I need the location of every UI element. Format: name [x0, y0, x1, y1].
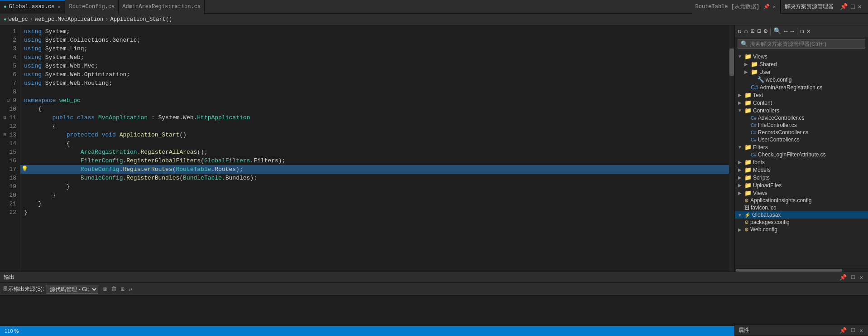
- tree-arrow-controllers: ▼: [737, 108, 743, 113]
- code-scrollbar[interactable]: [729, 25, 734, 272]
- code-line-12: {: [20, 122, 729, 131]
- bulb-icon[interactable]: 💡: [21, 165, 28, 174]
- tree-webconfig-root[interactable]: ▶ ⚙ Web.config: [735, 226, 868, 233]
- maximize-icon[interactable]: □: [850, 3, 855, 10]
- breadcrumb-class[interactable]: web_pc.MvcApplication: [35, 16, 103, 23]
- tab-label-routeconfig: RouteConfig.cs: [69, 4, 115, 10]
- tree-label-favicon: favicon.ico: [751, 205, 777, 211]
- tab-adminarea[interactable]: AdminAreaRegistration.cs: [119, 0, 205, 14]
- tree-checklogin[interactable]: C# CheckLoginFilterAttribute.cs: [735, 151, 868, 158]
- tree-models[interactable]: ▶ 📁 Models: [735, 166, 868, 174]
- tab-route-table[interactable]: RouteTable [从元数据] 📌 ✕: [692, 0, 781, 14]
- tree-webconfig-views[interactable]: 🔧 web.config: [735, 76, 868, 83]
- expand-icon[interactable]: ⊞: [750, 26, 755, 36]
- tree-file-ctrl[interactable]: C# FileController.cs: [735, 122, 868, 129]
- code-content[interactable]: using System; using System.Collections.G…: [20, 25, 729, 272]
- line-num-6: 6: [0, 70, 16, 79]
- tree-label-webconfig-views: web.config: [766, 77, 791, 83]
- tree-label-filters: Filters: [753, 144, 768, 151]
- tree-packages[interactable]: ⚙ packages.config: [735, 219, 868, 226]
- tree-views[interactable]: ▼ 📁 Views: [735, 53, 868, 60]
- code-line-21: }: [20, 200, 729, 208]
- prop-pin-icon[interactable]: 📌: [838, 326, 848, 335]
- scrollbar-h-thumb[interactable]: [736, 269, 842, 272]
- collapse-btn-11[interactable]: ⊟: [2, 115, 7, 121]
- tree-arrow-views2: ▶: [737, 190, 743, 195]
- output-wrap-icon[interactable]: ↵: [127, 285, 134, 293]
- search-solution-icon[interactable]: 🔍: [772, 26, 782, 36]
- tree-content[interactable]: ▶ 📁 Content: [735, 99, 868, 107]
- line-num-1: 1: [0, 27, 16, 36]
- tree-adminreg[interactable]: C# AdminAreaRegistration.cs: [735, 83, 868, 91]
- output-clear-icon[interactable]: 🗑: [110, 285, 118, 293]
- output-maximize-icon[interactable]: □: [850, 273, 856, 281]
- code-panel: 1 2 3 4 5 6 7 8 ⊟9 10 ⊟11 12 ⊟13 14 15 1…: [0, 25, 734, 272]
- tree-user-ctrl[interactable]: C# UserController.cs: [735, 136, 868, 143]
- code-line-2: using System.Collections.Generic;: [20, 36, 729, 44]
- tab-close-route[interactable]: ✕: [772, 4, 777, 10]
- tree-filters[interactable]: ▼ 📁 Filters: [735, 143, 868, 151]
- tab-global-asax[interactable]: ● Global.asax.cs ✕: [0, 0, 65, 14]
- breadcrumb-project[interactable]: web_pc: [9, 16, 28, 23]
- output-stop-icon[interactable]: ⊠: [102, 285, 108, 293]
- tree-favicon[interactable]: 🖼 favicon.ico: [735, 204, 868, 211]
- output-filter-icon[interactable]: ⊞: [120, 285, 126, 293]
- file-icon-packages: ⚙: [744, 219, 749, 225]
- line-num-2: 2: [0, 36, 16, 44]
- tree-advice-ctrl[interactable]: C# AdviceController.cs: [735, 114, 868, 122]
- collapse-btn-9[interactable]: ⊟: [5, 98, 11, 103]
- code-line-20: }: [20, 191, 729, 200]
- breadcrumb-method[interactable]: Application_Start(): [110, 16, 172, 23]
- prop-maximize-icon[interactable]: □: [850, 326, 856, 335]
- back-icon[interactable]: ←: [783, 27, 788, 36]
- tree-arrow-fonts: ▶: [737, 160, 743, 165]
- properties-panel: 属性 📌 □ ✕: [734, 325, 868, 336]
- tab-routeconfig[interactable]: RouteConfig.cs: [65, 0, 119, 14]
- output-source-select[interactable]: 源代码管理 - Git: [46, 285, 98, 294]
- prop-close-icon[interactable]: ✕: [858, 326, 864, 335]
- tree-shared[interactable]: ▶ 📁 Shared: [735, 60, 868, 68]
- solution-search-input[interactable]: [750, 41, 862, 47]
- tree-global-asax[interactable]: ▼ ⚡ Global.asax: [735, 211, 868, 219]
- tab-close-global[interactable]: ✕: [57, 4, 61, 10]
- folder-icon-user: 📁: [751, 68, 758, 75]
- preview-icon[interactable]: ◻: [799, 26, 805, 36]
- breadcrumb-file-icon: ●: [4, 17, 7, 22]
- tree-fonts[interactable]: ▶ 📁 fonts: [735, 158, 868, 166]
- sync-icon[interactable]: ↻: [737, 26, 742, 36]
- close-icon[interactable]: ✕: [806, 26, 811, 36]
- output-pin-icon[interactable]: 📌: [838, 273, 848, 282]
- solution-scrollbar-h[interactable]: [735, 268, 868, 272]
- forward-icon[interactable]: →: [790, 27, 795, 36]
- line-num-9: ⊟9: [0, 96, 16, 105]
- file-icon-global-asax: ⚡: [744, 212, 751, 218]
- tree-test[interactable]: ▶ 📁 Test: [735, 91, 868, 99]
- close-se-icon[interactable]: ✕: [857, 3, 863, 10]
- line-numbers: 1 2 3 4 5 6 7 8 ⊟9 10 ⊟11 12 ⊟13 14 15 1…: [0, 25, 20, 272]
- folder-icon-scripts: 📁: [744, 174, 752, 181]
- tree-controllers[interactable]: ▼ 📁 Controllers: [735, 107, 868, 114]
- tree-label-webconfig: Web.config: [750, 226, 777, 233]
- collapse-btn-13[interactable]: ⊟: [2, 132, 7, 138]
- tree-appinsights[interactable]: ⚙ ApplicationInsights.config: [735, 197, 868, 204]
- tree-records-ctrl[interactable]: C# RecordsController.cs: [735, 129, 868, 136]
- tree-label-models: Models: [753, 167, 771, 173]
- tree-label-packages: packages.config: [750, 219, 790, 225]
- tree-scripts[interactable]: ▶ 📁 Scripts: [735, 174, 868, 181]
- line-num-12: 12: [0, 122, 16, 131]
- sep1: [770, 28, 771, 35]
- tree-user[interactable]: ▶ 📁 User: [735, 68, 868, 76]
- tree-label-advice: AdviceController.cs: [758, 115, 805, 121]
- output-close-icon[interactable]: ✕: [858, 273, 864, 282]
- tree-label-shared: Shared: [759, 61, 777, 68]
- tree-views2[interactable]: ▶ 📁 Views: [735, 189, 868, 197]
- pin-icon[interactable]: 📌: [839, 3, 849, 10]
- collapse-all-icon[interactable]: ⊟: [756, 26, 762, 36]
- scrollbar-thumb[interactable]: [729, 49, 734, 76]
- solution-search-box[interactable]: 🔍: [738, 39, 865, 49]
- file-icon-appinsights: ⚙: [744, 198, 749, 204]
- filter-icon[interactable]: ⚙: [763, 26, 768, 36]
- tree-uploadfiles[interactable]: ▶ 📁 UploadFiles: [735, 181, 868, 189]
- status-zoom[interactable]: 110 %: [5, 328, 19, 334]
- home-icon[interactable]: ⌂: [743, 27, 748, 36]
